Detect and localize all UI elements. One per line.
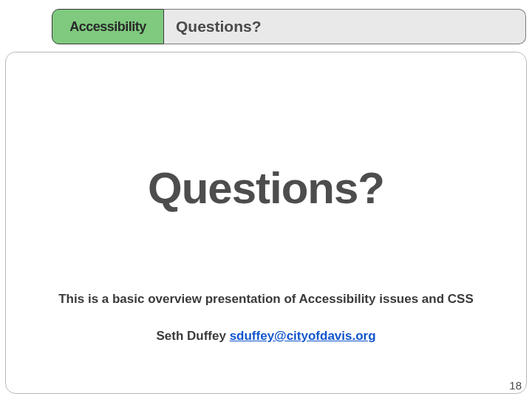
author-line: Seth Duffey sduffey@cityofdavis.org <box>0 329 532 344</box>
slide-header: Accessibility Questions? <box>52 9 526 44</box>
page-number: 18 <box>509 379 522 392</box>
description-text: This is a basic overview presentation of… <box>30 292 502 307</box>
slide-title: Questions? <box>176 18 262 35</box>
author-email-link[interactable]: sduffey@cityofdavis.org <box>230 329 376 343</box>
section-tab: Accessibility <box>52 9 164 44</box>
section-tab-label: Accessibility <box>69 19 146 35</box>
main-heading: Questions? <box>0 163 532 214</box>
slide-title-bar: Questions? <box>164 9 526 44</box>
author-name: Seth Duffey <box>156 329 225 343</box>
